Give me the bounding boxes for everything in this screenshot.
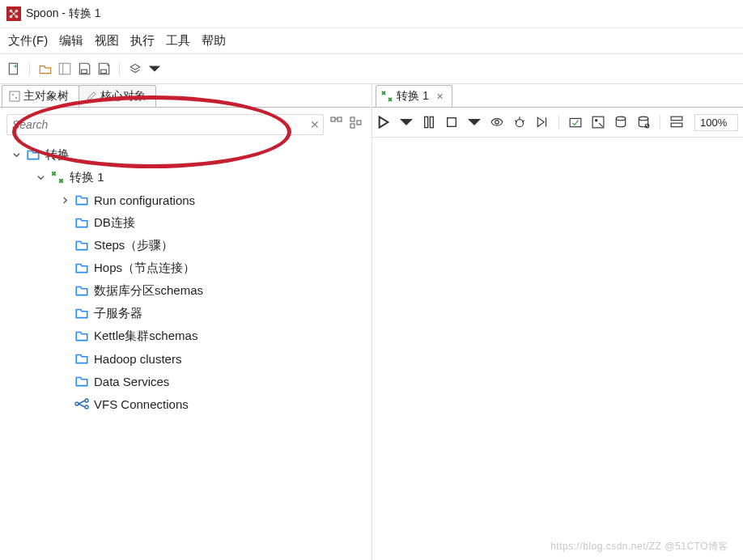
svg-rect-14: [10, 91, 19, 101]
preview-button[interactable]: [490, 116, 503, 129]
folder-icon: [74, 261, 89, 275]
stop-dropdown[interactable]: [468, 116, 481, 129]
svg-rect-6: [9, 63, 17, 74]
toolbar-separator: [119, 62, 120, 76]
tree-node-label: 子服务器: [94, 306, 142, 321]
run-dropdown[interactable]: [400, 116, 413, 129]
svg-point-23: [75, 402, 79, 405]
menu-tools[interactable]: 工具: [166, 33, 190, 49]
menu-file[interactable]: 文件(F): [8, 33, 48, 49]
debug-button[interactable]: [513, 116, 526, 129]
tree-item-hops[interactable]: Hops（节点连接）: [6, 257, 367, 279]
svg-rect-12: [101, 70, 107, 74]
tree-trans-1[interactable]: 转换 1: [6, 166, 367, 189]
vfs-icon: [74, 397, 89, 411]
tab-core-objects-label: 核心对象: [100, 89, 146, 104]
svg-point-31: [495, 121, 499, 125]
perspective-button[interactable]: [128, 62, 142, 76]
run-button[interactable]: [377, 116, 390, 129]
close-tab-button[interactable]: ✕: [436, 91, 444, 102]
svg-text:+: +: [106, 62, 109, 68]
new-button[interactable]: [6, 62, 21, 76]
transformation-icon: [381, 91, 393, 102]
svg-rect-17: [331, 117, 335, 121]
tree-item-subsrv[interactable]: 子服务器: [6, 302, 367, 325]
save-as-button[interactable]: +: [96, 62, 111, 76]
svg-rect-37: [570, 118, 581, 126]
transformation-canvas[interactable]: [372, 138, 743, 560]
left-pane-tabs: 主对象树 核心对象: [0, 84, 371, 108]
toolbar-separator: [29, 62, 30, 76]
tree-item-steps[interactable]: Steps（步骤）: [6, 234, 367, 257]
window-titlebar: Spoon - 转换 1: [0, 0, 743, 28]
editor-tab-trans1[interactable]: 转换 1 ✕: [376, 85, 452, 107]
stop-button[interactable]: [445, 116, 458, 129]
chevron-down-icon[interactable]: [36, 174, 45, 181]
svg-rect-44: [671, 123, 682, 127]
zoom-level[interactable]: 100%: [694, 114, 738, 131]
svg-rect-30: [448, 118, 456, 127]
impact-button[interactable]: [592, 116, 605, 129]
explore-button[interactable]: [57, 62, 72, 76]
menu-view[interactable]: 视图: [95, 33, 119, 49]
menu-run[interactable]: 执行: [130, 33, 155, 49]
svg-rect-43: [671, 117, 682, 121]
svg-point-39: [595, 119, 597, 121]
svg-point-15: [12, 94, 14, 95]
expand-all-button[interactable]: [330, 117, 343, 129]
show-results-button[interactable]: [670, 116, 683, 129]
tree-node-label: Hadoop clusters: [94, 352, 181, 366]
svg-line-26: [79, 401, 85, 404]
folder-icon: [74, 329, 89, 343]
menu-help[interactable]: 帮助: [202, 33, 226, 49]
search-input[interactable]: [7, 115, 307, 134]
svg-line-27: [79, 404, 85, 407]
tree-item-kcluster[interactable]: Kettle集群schemas: [6, 325, 367, 347]
menu-edit[interactable]: 编辑: [59, 33, 83, 49]
tab-object-tree-label: 主对象树: [23, 89, 69, 104]
toolbar-separator: [660, 115, 660, 129]
svg-point-24: [85, 399, 88, 402]
tree-item-dbconn[interactable]: DB连接: [6, 211, 367, 234]
editor-toolbar: 100%: [372, 108, 743, 138]
svg-point-40: [616, 117, 625, 121]
svg-rect-21: [350, 124, 355, 128]
object-tree-icon: [9, 91, 20, 102]
pause-button[interactable]: [422, 116, 435, 129]
tree-root-transformations[interactable]: 转换: [6, 143, 367, 166]
menu-bar: 文件(F) 编辑 视图 执行 工具 帮助: [0, 28, 743, 54]
open-button[interactable]: [38, 62, 53, 76]
tree-item-dbpart[interactable]: 数据库分区schemas: [6, 279, 367, 302]
folder-icon: [26, 147, 40, 162]
verify-button[interactable]: [569, 116, 582, 129]
right-pane: 转换 1 ✕ 100%: [372, 84, 743, 560]
svg-point-32: [516, 120, 523, 127]
clear-search-button[interactable]: ✕: [307, 118, 323, 131]
sql-button[interactable]: [614, 116, 627, 129]
tree-node-label: 转换 1: [70, 170, 104, 185]
folder-icon: [74, 215, 89, 230]
tab-core-objects[interactable]: 核心对象: [79, 85, 156, 107]
chevron-right-icon[interactable]: [60, 197, 70, 204]
svg-rect-29: [430, 117, 433, 127]
main-body: 主对象树 核心对象 ✕: [0, 84, 743, 560]
tree-item-runconf[interactable]: Run configurations: [6, 189, 367, 211]
window-title: Spoon - 转换 1: [26, 6, 101, 21]
replay-button[interactable]: [536, 116, 549, 129]
tree-node-label: VFS Connections: [94, 397, 189, 411]
tree-item-datasvc[interactable]: Data Services: [6, 370, 367, 392]
tree-node-label: Data Services: [94, 375, 169, 388]
chevron-down-icon[interactable]: [11, 151, 21, 159]
tab-object-tree[interactable]: 主对象树: [2, 85, 79, 107]
folder-icon: [74, 283, 89, 298]
collapse-all-button[interactable]: [350, 117, 363, 129]
app-icon: [6, 6, 21, 21]
save-button[interactable]: [77, 62, 91, 76]
tree-item-hadoop[interactable]: Hadoop clusters: [6, 347, 367, 370]
folder-icon: [74, 238, 89, 252]
explore-db-button[interactable]: [637, 116, 650, 129]
left-pane: 主对象树 核心对象 ✕: [0, 84, 372, 560]
tree-item-vfs[interactable]: VFS Connections: [6, 392, 367, 415]
object-tree: 转换 转换 1 Run configurationsDB连接Steps（步骤）H…: [0, 138, 371, 560]
perspective-dropdown[interactable]: [147, 62, 162, 76]
